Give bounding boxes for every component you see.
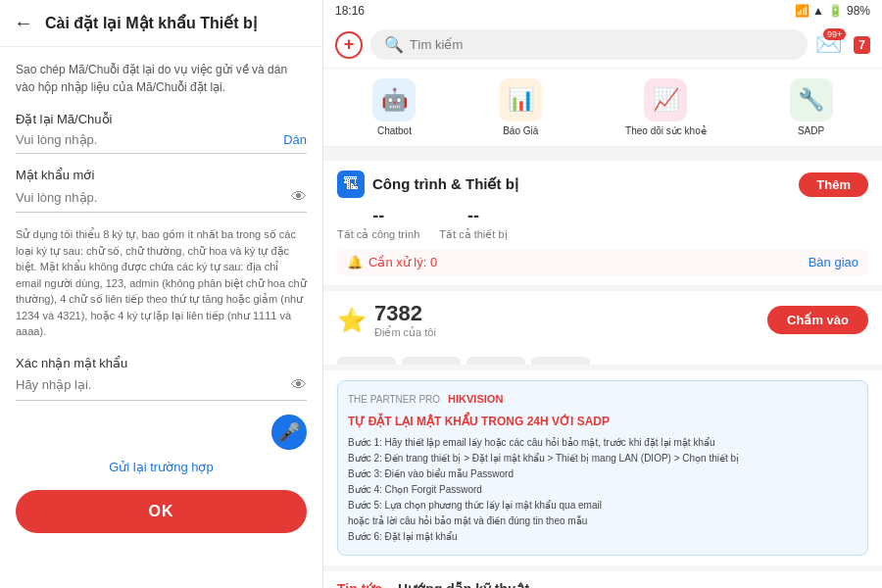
paste-button[interactable]: Dán <box>283 132 307 147</box>
bao-gia-label: Báo Giá <box>503 125 538 136</box>
product-thumbs: 📱 📱 🖥️ 📺 <box>323 349 882 365</box>
ct-stat-label-2: Tất cả thiết bị <box>439 228 507 241</box>
can-xu-ly-label: 🔔 Cần xử lý: 0 <box>347 255 437 270</box>
notification-button[interactable]: ✉️ 99+ <box>815 32 842 58</box>
theo-doi-icon-item[interactable]: 📈 Theo dõi sức khoẻ <box>625 78 707 136</box>
confirm-eye-icon[interactable]: 👁 <box>291 376 307 394</box>
ct-stat-thiet-bi: -- Tất cả thiết bị <box>439 206 507 241</box>
ct-stat-val-1: -- <box>372 206 384 226</box>
sadp-label: SADP <box>798 125 824 136</box>
left-panel: ← Cài đặt lại Mật khẩu Thiết bị Sao chép… <box>0 0 323 588</box>
points-left: ⭐ 7382 Điểm của tôi <box>337 301 436 339</box>
left-content: Sao chép Mã/Chuỗi đặt lại do vụ việc gửi… <box>0 47 322 588</box>
back-button[interactable]: ← <box>14 12 33 34</box>
product-thumb-3[interactable]: 🖥️ <box>466 357 525 365</box>
bao-gia-icon-item[interactable]: 📊 Báo Giá <box>499 78 542 136</box>
banner-block: THE PARTNER PRO HIKVISION TỰ ĐẶT LẠI MẬT… <box>323 370 882 565</box>
banner-steps: Bước 1: Hãy thiết lập email lấy hoặc các… <box>348 435 858 545</box>
chatbot-img: 🤖 <box>372 78 416 122</box>
info-text: Sao chép Mã/Chuỗi đặt lại do vụ việc gửi… <box>16 61 307 96</box>
points-info: 7382 Điểm của tôi <box>374 301 436 339</box>
ct-title: Công trình & Thiết bị <box>372 175 518 193</box>
resend-link[interactable]: Gửi lại trường hợp <box>16 460 307 474</box>
theo-doi-img: 📈 <box>644 78 687 122</box>
battery-percent: 98% <box>847 4 870 18</box>
ban-giao-button[interactable]: Bàn giao <box>808 255 858 270</box>
search-input[interactable] <box>410 37 794 52</box>
field2-label: Mật khẩu mới <box>16 168 307 182</box>
search-icon: 🔍 <box>384 35 404 54</box>
ct-icon: 🏗 <box>337 171 365 198</box>
field3-label: Xác nhận mật khẩu <box>16 356 307 370</box>
new-password-field[interactable]: 👁 <box>16 188 307 213</box>
left-header: ← Cài đặt lại Mật khẩu Thiết bị <box>0 0 322 47</box>
reset-code-field[interactable]: Dán <box>16 132 307 154</box>
theo-doi-label: Theo dõi sức khoẻ <box>625 125 707 136</box>
page-title: Cài đặt lại Mật khẩu Thiết bị <box>45 14 257 32</box>
product-thumb-2[interactable]: 📱 <box>402 357 461 365</box>
points-label: Điểm của tôi <box>374 326 436 339</box>
chatbot-icon-item[interactable]: 🤖 Chatbot <box>372 78 416 136</box>
search-bar: + 🔍 ✉️ 99+ 7 <box>323 22 882 69</box>
notif-badge: 99+ <box>823 28 846 40</box>
banner-inner: THE PARTNER PRO HIKVISION TỰ ĐẶT LẠI MẬT… <box>337 380 868 556</box>
points-block: ⭐ 7382 Điểm của tôi Chấm vào <box>323 291 882 349</box>
ct-stat-cong-trinh: -- Tất cả công trình <box>337 206 419 241</box>
brand2-label: HIKVISION <box>448 391 503 409</box>
reset-code-input[interactable] <box>16 132 283 147</box>
ct-stat-label-1: Tất cả công trình <box>337 228 419 241</box>
time: 18:16 <box>335 4 365 18</box>
product-thumb-4[interactable]: 📺 <box>531 357 590 365</box>
banner-title: TỰ ĐẶT LẠI MẬT KHẨU TRONG 24H VỚI SADP <box>348 413 858 431</box>
ct-stats: -- Tất cả công trình -- Tất cả thiết bị <box>337 206 868 241</box>
can-xu-ly-text: Cần xử lý: 0 <box>368 255 437 270</box>
field1-label: Đặt lại Mã/Chuỗi <box>16 112 307 126</box>
add-button[interactable]: + <box>335 31 363 59</box>
can-xu-ly-row: 🔔 Cần xử lý: 0 Bàn giao <box>337 249 868 275</box>
new-password-input[interactable] <box>16 190 291 205</box>
tab-huong-dan[interactable]: Hướng dẫn kỹ thuật <box>398 581 529 588</box>
them-button[interactable]: Thêm <box>799 172 868 197</box>
banner-logo: THE PARTNER PRO HIKVISION <box>348 391 858 409</box>
confirm-password-input[interactable] <box>16 377 291 392</box>
bao-gia-img: 📊 <box>499 78 542 122</box>
points-value: 7382 <box>374 301 436 326</box>
seven-badge: 7 <box>854 36 870 54</box>
ct-stat-val-2: -- <box>467 206 479 226</box>
status-right: 📶 ▲ 🔋 98% <box>795 4 870 18</box>
news-tabs: Tin tức Hướng dẫn kỹ thuật <box>337 581 868 588</box>
battery: 🔋 <box>828 4 843 18</box>
sadp-img: 🔧 <box>790 78 833 122</box>
chatbot-label: Chatbot <box>377 125 412 136</box>
status-bar: 18:16 📶 ▲ 🔋 98% <box>323 0 882 22</box>
status-icons: 📶 ▲ <box>795 4 824 18</box>
sadp-icon-item[interactable]: 🔧 SADP <box>790 78 833 136</box>
star-icon: ⭐ <box>337 307 367 334</box>
tab-tin-tuc[interactable]: Tin tức <box>337 581 382 588</box>
ct-block: 🏗 Công trình & Thiết bị Thêm -- Tất cả c… <box>323 161 882 285</box>
brand1-label: THE PARTNER PRO <box>348 392 440 408</box>
product-thumb-1[interactable]: 📱 <box>337 357 396 365</box>
news-section: Tin tức Hướng dẫn kỹ thuật <box>323 571 882 588</box>
ct-header: 🏗 Công trình & Thiết bị Thêm <box>337 171 868 198</box>
eye-icon[interactable]: 👁 <box>291 188 307 206</box>
password-hint: Sử dụng tối thiểu 8 ký tự, bao gồm ít nh… <box>16 226 307 340</box>
ok-button[interactable]: OK <box>16 490 307 533</box>
quick-icons: 🤖 Chatbot 📊 Báo Giá 📈 Theo dõi sức khoẻ … <box>323 69 882 147</box>
cham-vao-button[interactable]: Chấm vào <box>767 306 868 334</box>
bell-icon: 🔔 <box>347 255 363 270</box>
right-panel: 18:16 📶 ▲ 🔋 98% + 🔍 ✉️ 99+ 7 🤖 Chatbot 📊… <box>323 0 882 588</box>
confirm-password-field[interactable]: 👁 <box>16 376 307 401</box>
voice-button[interactable]: 🎤 <box>271 415 307 450</box>
ct-title-wrap: 🏗 Công trình & Thiết bị <box>337 171 518 198</box>
search-wrap[interactable]: 🔍 <box>370 29 808 60</box>
